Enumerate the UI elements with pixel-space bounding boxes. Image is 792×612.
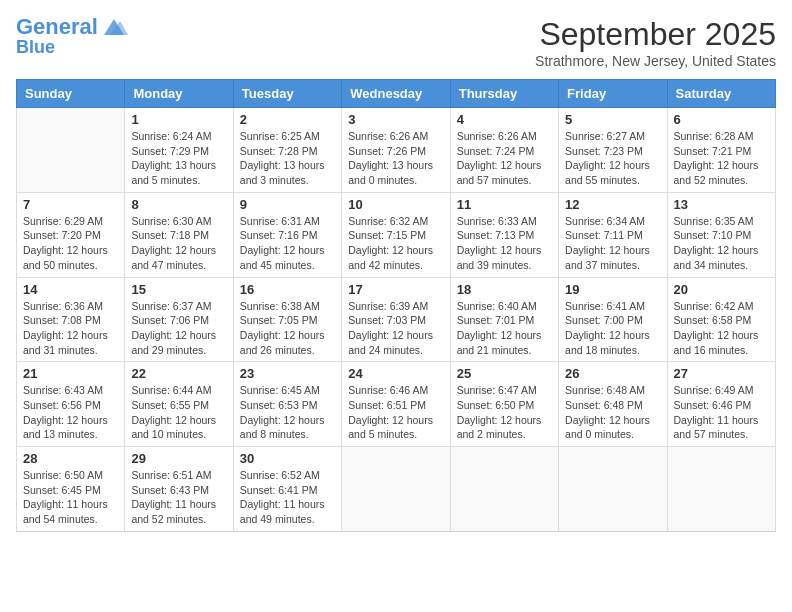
day-number: 1 <box>131 112 226 127</box>
weekday-header-saturday: Saturday <box>667 80 775 108</box>
day-detail: Sunrise: 6:32 AM Sunset: 7:15 PM Dayligh… <box>348 214 443 273</box>
day-number: 2 <box>240 112 335 127</box>
calendar-cell: 14Sunrise: 6:36 AM Sunset: 7:08 PM Dayli… <box>17 277 125 362</box>
calendar-cell <box>559 447 667 532</box>
calendar-week-1: 1Sunrise: 6:24 AM Sunset: 7:29 PM Daylig… <box>17 108 776 193</box>
day-detail: Sunrise: 6:45 AM Sunset: 6:53 PM Dayligh… <box>240 383 335 442</box>
calendar-cell: 30Sunrise: 6:52 AM Sunset: 6:41 PM Dayli… <box>233 447 341 532</box>
calendar-table: SundayMondayTuesdayWednesdayThursdayFrid… <box>16 79 776 532</box>
day-detail: Sunrise: 6:38 AM Sunset: 7:05 PM Dayligh… <box>240 299 335 358</box>
calendar-week-4: 21Sunrise: 6:43 AM Sunset: 6:56 PM Dayli… <box>17 362 776 447</box>
day-number: 25 <box>457 366 552 381</box>
calendar-cell: 15Sunrise: 6:37 AM Sunset: 7:06 PM Dayli… <box>125 277 233 362</box>
calendar-cell: 7Sunrise: 6:29 AM Sunset: 7:20 PM Daylig… <box>17 192 125 277</box>
day-detail: Sunrise: 6:49 AM Sunset: 6:46 PM Dayligh… <box>674 383 769 442</box>
calendar-cell: 25Sunrise: 6:47 AM Sunset: 6:50 PM Dayli… <box>450 362 558 447</box>
day-detail: Sunrise: 6:28 AM Sunset: 7:21 PM Dayligh… <box>674 129 769 188</box>
calendar-cell: 4Sunrise: 6:26 AM Sunset: 7:24 PM Daylig… <box>450 108 558 193</box>
calendar-cell: 16Sunrise: 6:38 AM Sunset: 7:05 PM Dayli… <box>233 277 341 362</box>
calendar-cell: 6Sunrise: 6:28 AM Sunset: 7:21 PM Daylig… <box>667 108 775 193</box>
weekday-header-monday: Monday <box>125 80 233 108</box>
day-number: 16 <box>240 282 335 297</box>
day-detail: Sunrise: 6:40 AM Sunset: 7:01 PM Dayligh… <box>457 299 552 358</box>
calendar-cell: 8Sunrise: 6:30 AM Sunset: 7:18 PM Daylig… <box>125 192 233 277</box>
calendar-cell: 29Sunrise: 6:51 AM Sunset: 6:43 PM Dayli… <box>125 447 233 532</box>
calendar-cell <box>17 108 125 193</box>
page-header: General Blue September 2025 Strathmore, … <box>16 16 776 69</box>
day-number: 30 <box>240 451 335 466</box>
calendar-cell: 26Sunrise: 6:48 AM Sunset: 6:48 PM Dayli… <box>559 362 667 447</box>
calendar-cell <box>342 447 450 532</box>
day-detail: Sunrise: 6:42 AM Sunset: 6:58 PM Dayligh… <box>674 299 769 358</box>
calendar-cell: 11Sunrise: 6:33 AM Sunset: 7:13 PM Dayli… <box>450 192 558 277</box>
day-detail: Sunrise: 6:50 AM Sunset: 6:45 PM Dayligh… <box>23 468 118 527</box>
day-number: 15 <box>131 282 226 297</box>
day-detail: Sunrise: 6:44 AM Sunset: 6:55 PM Dayligh… <box>131 383 226 442</box>
day-detail: Sunrise: 6:27 AM Sunset: 7:23 PM Dayligh… <box>565 129 660 188</box>
calendar-cell: 5Sunrise: 6:27 AM Sunset: 7:23 PM Daylig… <box>559 108 667 193</box>
calendar-cell: 9Sunrise: 6:31 AM Sunset: 7:16 PM Daylig… <box>233 192 341 277</box>
calendar-cell: 21Sunrise: 6:43 AM Sunset: 6:56 PM Dayli… <box>17 362 125 447</box>
calendar-cell: 13Sunrise: 6:35 AM Sunset: 7:10 PM Dayli… <box>667 192 775 277</box>
day-detail: Sunrise: 6:43 AM Sunset: 6:56 PM Dayligh… <box>23 383 118 442</box>
day-number: 5 <box>565 112 660 127</box>
title-section: September 2025 Strathmore, New Jersey, U… <box>535 16 776 69</box>
day-number: 28 <box>23 451 118 466</box>
calendar-cell: 28Sunrise: 6:50 AM Sunset: 6:45 PM Dayli… <box>17 447 125 532</box>
calendar-week-3: 14Sunrise: 6:36 AM Sunset: 7:08 PM Dayli… <box>17 277 776 362</box>
calendar-cell: 3Sunrise: 6:26 AM Sunset: 7:26 PM Daylig… <box>342 108 450 193</box>
day-number: 9 <box>240 197 335 212</box>
logo-text: General <box>16 16 98 38</box>
day-detail: Sunrise: 6:51 AM Sunset: 6:43 PM Dayligh… <box>131 468 226 527</box>
day-detail: Sunrise: 6:26 AM Sunset: 7:26 PM Dayligh… <box>348 129 443 188</box>
day-number: 21 <box>23 366 118 381</box>
day-number: 26 <box>565 366 660 381</box>
calendar-cell: 24Sunrise: 6:46 AM Sunset: 6:51 PM Dayli… <box>342 362 450 447</box>
calendar-cell: 27Sunrise: 6:49 AM Sunset: 6:46 PM Dayli… <box>667 362 775 447</box>
weekday-header-wednesday: Wednesday <box>342 80 450 108</box>
calendar-cell <box>450 447 558 532</box>
day-number: 23 <box>240 366 335 381</box>
day-number: 4 <box>457 112 552 127</box>
day-detail: Sunrise: 6:47 AM Sunset: 6:50 PM Dayligh… <box>457 383 552 442</box>
day-detail: Sunrise: 6:26 AM Sunset: 7:24 PM Dayligh… <box>457 129 552 188</box>
day-detail: Sunrise: 6:41 AM Sunset: 7:00 PM Dayligh… <box>565 299 660 358</box>
calendar-cell: 20Sunrise: 6:42 AM Sunset: 6:58 PM Dayli… <box>667 277 775 362</box>
day-detail: Sunrise: 6:33 AM Sunset: 7:13 PM Dayligh… <box>457 214 552 273</box>
calendar-cell: 1Sunrise: 6:24 AM Sunset: 7:29 PM Daylig… <box>125 108 233 193</box>
weekday-header-thursday: Thursday <box>450 80 558 108</box>
day-detail: Sunrise: 6:29 AM Sunset: 7:20 PM Dayligh… <box>23 214 118 273</box>
day-number: 11 <box>457 197 552 212</box>
day-number: 8 <box>131 197 226 212</box>
calendar-cell: 17Sunrise: 6:39 AM Sunset: 7:03 PM Dayli… <box>342 277 450 362</box>
day-number: 22 <box>131 366 226 381</box>
day-detail: Sunrise: 6:46 AM Sunset: 6:51 PM Dayligh… <box>348 383 443 442</box>
calendar-cell: 19Sunrise: 6:41 AM Sunset: 7:00 PM Dayli… <box>559 277 667 362</box>
logo-blue-text: Blue <box>16 38 55 56</box>
day-detail: Sunrise: 6:24 AM Sunset: 7:29 PM Dayligh… <box>131 129 226 188</box>
day-number: 17 <box>348 282 443 297</box>
day-number: 24 <box>348 366 443 381</box>
day-detail: Sunrise: 6:34 AM Sunset: 7:11 PM Dayligh… <box>565 214 660 273</box>
weekday-header-friday: Friday <box>559 80 667 108</box>
weekday-header-tuesday: Tuesday <box>233 80 341 108</box>
logo: General Blue <box>16 16 128 56</box>
day-detail: Sunrise: 6:39 AM Sunset: 7:03 PM Dayligh… <box>348 299 443 358</box>
calendar-cell: 12Sunrise: 6:34 AM Sunset: 7:11 PM Dayli… <box>559 192 667 277</box>
calendar-week-5: 28Sunrise: 6:50 AM Sunset: 6:45 PM Dayli… <box>17 447 776 532</box>
day-number: 10 <box>348 197 443 212</box>
day-number: 7 <box>23 197 118 212</box>
day-number: 3 <box>348 112 443 127</box>
logo-icon <box>100 17 128 37</box>
day-number: 18 <box>457 282 552 297</box>
weekday-header-row: SundayMondayTuesdayWednesdayThursdayFrid… <box>17 80 776 108</box>
day-number: 14 <box>23 282 118 297</box>
calendar-cell: 18Sunrise: 6:40 AM Sunset: 7:01 PM Dayli… <box>450 277 558 362</box>
calendar-cell <box>667 447 775 532</box>
day-number: 29 <box>131 451 226 466</box>
day-detail: Sunrise: 6:36 AM Sunset: 7:08 PM Dayligh… <box>23 299 118 358</box>
weekday-header-sunday: Sunday <box>17 80 125 108</box>
day-detail: Sunrise: 6:30 AM Sunset: 7:18 PM Dayligh… <box>131 214 226 273</box>
day-detail: Sunrise: 6:52 AM Sunset: 6:41 PM Dayligh… <box>240 468 335 527</box>
day-detail: Sunrise: 6:25 AM Sunset: 7:28 PM Dayligh… <box>240 129 335 188</box>
